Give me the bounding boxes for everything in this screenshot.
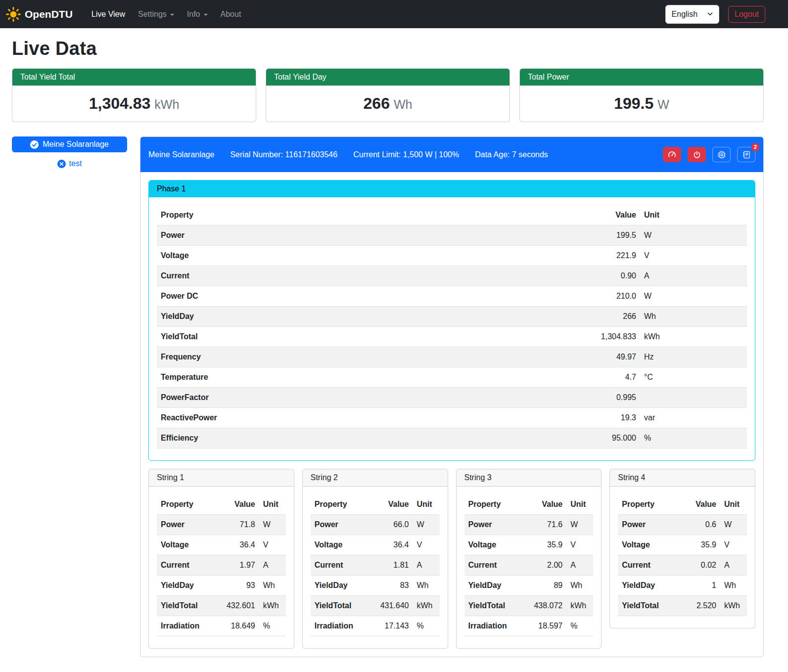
- row-property: Efficiency: [157, 428, 571, 448]
- language-select[interactable]: English: [665, 5, 719, 24]
- table-row: YieldDay1Wh: [618, 576, 747, 596]
- row-property: Irradiation: [157, 616, 221, 636]
- row-value: 95.000: [571, 428, 640, 448]
- table-header-row: Property Value Unit: [157, 494, 286, 515]
- row-unit: var: [640, 408, 747, 428]
- table-row: Current2.00A: [464, 555, 594, 576]
- event-log-button[interactable]: 2: [737, 147, 755, 162]
- inverter-panel-body: Phase 1 Property Value Unit Power199.5WV…: [140, 172, 763, 657]
- nav-item-live-view[interactable]: Live View: [87, 6, 130, 23]
- nav-item-about[interactable]: About: [216, 6, 246, 23]
- table-row: Current1.81A: [311, 555, 440, 576]
- row-value: 36.4: [374, 535, 413, 555]
- journal-icon: [742, 151, 750, 159]
- table-row: Power66.0W: [311, 515, 440, 535]
- phase-table: Property Value Unit Power199.5WVoltage22…: [157, 205, 747, 448]
- row-value: 35.9: [682, 535, 720, 555]
- phase-card: Phase 1 Property Value Unit Power199.5WV…: [148, 180, 755, 461]
- summary-card-total-power: Total Power 199.5W: [519, 68, 764, 122]
- table-row: Irradiation18.597%: [464, 616, 594, 636]
- row-unit: A: [413, 555, 440, 576]
- row-property: YieldDay: [618, 576, 682, 596]
- column-unit: Unit: [413, 494, 440, 515]
- power-button[interactable]: [688, 147, 706, 162]
- table-row: YieldDay89Wh: [464, 576, 594, 596]
- row-value: 18.649: [221, 616, 259, 636]
- string-card-title: String 1: [149, 469, 294, 487]
- row-property: YieldTotal: [311, 596, 374, 616]
- row-value: 71.8: [221, 515, 259, 535]
- limit-settings-button[interactable]: [663, 147, 681, 162]
- summary-card-title: Total Power: [520, 69, 763, 86]
- row-value: 210.0: [571, 286, 640, 307]
- row-property: Voltage: [157, 535, 221, 555]
- table-row: Current0.02A: [618, 555, 747, 576]
- row-value: 18.597: [528, 616, 566, 636]
- row-value: 432.601: [221, 596, 259, 616]
- row-property: Current: [157, 555, 221, 576]
- table-row: Voltage35.9V: [618, 535, 747, 555]
- summary-card-yield-total: Total Yield Total 1,304.83kWh: [12, 68, 256, 122]
- row-value: 0.90: [571, 266, 640, 286]
- language-value: English: [672, 10, 697, 19]
- row-value: 1: [682, 576, 720, 596]
- row-unit: V: [413, 535, 440, 555]
- table-row: YieldDay93Wh: [157, 576, 286, 596]
- table-row: Power71.8W: [157, 515, 286, 535]
- row-unit: kWh: [566, 596, 593, 616]
- row-property: Power DC: [157, 286, 571, 307]
- device-info-button[interactable]: [712, 147, 731, 162]
- table-row: YieldDay83Wh: [311, 576, 440, 596]
- row-value: 438.072: [528, 596, 566, 616]
- inverter-select-button[interactable]: Meine Solaranlage: [12, 136, 127, 152]
- row-unit: °C: [640, 367, 747, 388]
- row-unit: W: [640, 286, 747, 307]
- row-unit: W: [720, 515, 747, 535]
- string-table: Property Value Unit Power0.6WVoltage35.9…: [618, 494, 747, 616]
- row-property: YieldTotal: [618, 596, 682, 616]
- brand-label: OpenDTU: [25, 8, 73, 20]
- summary-unit: W: [657, 97, 669, 111]
- column-value: Value: [528, 494, 566, 515]
- inverter-item-test[interactable]: test: [12, 159, 127, 168]
- nav-item-settings[interactable]: Settings: [133, 6, 179, 23]
- string-card-title: String 3: [457, 469, 602, 487]
- row-unit: W: [640, 225, 747, 246]
- row-unit: V: [259, 535, 286, 555]
- nav-item-info[interactable]: Info: [182, 6, 213, 23]
- chevron-down-icon: [204, 14, 208, 16]
- inverter-name: Meine Solaranlage: [148, 150, 214, 159]
- table-row: Voltage221.9V: [157, 246, 747, 266]
- nav-right: English Logout: [665, 5, 765, 24]
- row-value: 0.6: [682, 515, 720, 535]
- row-unit: V: [720, 535, 747, 555]
- row-property: YieldDay: [311, 576, 374, 596]
- row-unit: kWh: [259, 596, 286, 616]
- event-count-badge: 2: [751, 143, 759, 151]
- data-age: Data Age: 7 seconds: [475, 150, 548, 159]
- inverter-list: Meine Solaranlage test: [12, 136, 127, 168]
- cpu-icon: [718, 151, 726, 159]
- inverter-panel-header: Meine Solaranlage Serial Number: 1161716…: [140, 137, 763, 172]
- row-unit: V: [566, 535, 593, 555]
- phase-card-title: Phase 1: [149, 180, 755, 197]
- row-unit: Hz: [640, 347, 747, 367]
- brand[interactable]: OpenDTU: [6, 7, 73, 22]
- row-value: 93: [221, 576, 259, 596]
- column-value: Value: [682, 494, 720, 515]
- table-row: YieldTotal431.640kWh: [311, 596, 440, 616]
- row-value: 1,304.833: [571, 327, 640, 347]
- row-value: 266: [571, 307, 640, 327]
- row-unit: %: [566, 616, 593, 636]
- column-unit: Unit: [566, 494, 593, 515]
- gauge-icon: [668, 150, 676, 159]
- logout-button[interactable]: Logout: [728, 6, 765, 23]
- row-unit: [640, 388, 747, 408]
- power-icon: [693, 151, 701, 159]
- row-property: PowerFactor: [157, 388, 571, 408]
- table-row: Voltage36.4V: [311, 535, 440, 555]
- row-value: 17.143: [374, 616, 413, 636]
- row-value: 0.995: [571, 388, 640, 408]
- row-value: 83: [374, 576, 413, 596]
- table-row: Power71.6W: [464, 515, 594, 535]
